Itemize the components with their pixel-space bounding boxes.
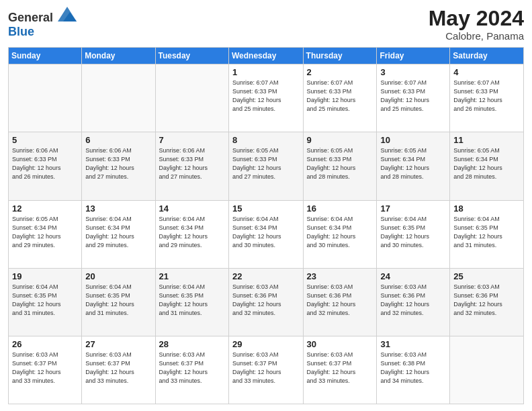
calendar-cell: 18Sunrise: 6:04 AM Sunset: 6:35 PM Dayli… [450,200,524,268]
logo-general: General [8,11,53,24]
day-number: 4 [453,67,520,77]
calendar-cell: 17Sunrise: 6:04 AM Sunset: 6:35 PM Dayli… [377,200,450,268]
week-row-4: 19Sunrise: 6:04 AM Sunset: 6:35 PM Dayli… [9,268,524,336]
calendar-cell: 21Sunrise: 6:04 AM Sunset: 6:35 PM Dayli… [155,268,228,336]
day-number: 8 [232,135,300,145]
day-info: Sunrise: 6:04 AM Sunset: 6:34 PM Dayligh… [307,215,373,250]
calendar-cell: 11Sunrise: 6:05 AM Sunset: 6:34 PM Dayli… [450,132,524,200]
day-number: 5 [12,135,78,145]
col-header-wednesday: Wednesday [228,48,303,64]
calendar-table: SundayMondayTuesdayWednesdayThursdayFrid… [8,47,524,404]
day-info: Sunrise: 6:06 AM Sunset: 6:33 PM Dayligh… [85,146,151,181]
page: General Blue May 2024 Calobre, Panama Su… [0,0,532,411]
day-number: 29 [232,339,300,349]
day-number: 14 [159,203,225,214]
calendar-cell [155,64,228,132]
day-number: 27 [85,339,151,349]
calendar-cell: 30Sunrise: 6:03 AM Sunset: 6:37 PM Dayli… [303,336,377,404]
calendar-cell: 27Sunrise: 6:03 AM Sunset: 6:37 PM Dayli… [82,336,155,404]
day-info: Sunrise: 6:04 AM Sunset: 6:35 PM Dayligh… [380,215,446,250]
calendar-cell [82,64,155,132]
day-number: 12 [12,203,78,214]
day-info: Sunrise: 6:03 AM Sunset: 6:37 PM Dayligh… [12,351,78,385]
col-header-sunday: Sunday [9,48,82,64]
calendar-cell: 24Sunrise: 6:03 AM Sunset: 6:36 PM Dayli… [377,268,450,336]
day-info: Sunrise: 6:03 AM Sunset: 6:37 PM Dayligh… [232,351,300,385]
day-info: Sunrise: 6:04 AM Sunset: 6:35 PM Dayligh… [453,215,520,250]
day-info: Sunrise: 6:03 AM Sunset: 6:36 PM Dayligh… [307,283,373,318]
day-info: Sunrise: 6:03 AM Sunset: 6:37 PM Dayligh… [307,351,373,385]
calendar-cell: 9Sunrise: 6:05 AM Sunset: 6:33 PM Daylig… [303,132,377,200]
calendar-cell: 4Sunrise: 6:07 AM Sunset: 6:33 PM Daylig… [450,64,524,132]
calendar-cell: 19Sunrise: 6:04 AM Sunset: 6:35 PM Dayli… [9,268,82,336]
day-number: 6 [85,135,151,145]
calendar-cell [9,64,82,132]
calendar-cell: 3Sunrise: 6:07 AM Sunset: 6:33 PM Daylig… [377,64,450,132]
calendar-cell: 8Sunrise: 6:05 AM Sunset: 6:33 PM Daylig… [228,132,303,200]
header: General Blue May 2024 Calobre, Panama [8,7,524,42]
day-info: Sunrise: 6:06 AM Sunset: 6:33 PM Dayligh… [12,146,78,181]
calendar-cell: 26Sunrise: 6:03 AM Sunset: 6:37 PM Dayli… [9,336,82,404]
col-header-thursday: Thursday [303,48,377,64]
title-block: May 2024 Calobre, Panama [429,7,524,42]
calendar-cell: 23Sunrise: 6:03 AM Sunset: 6:36 PM Dayli… [303,268,377,336]
day-number: 31 [380,339,446,349]
calendar-cell: 20Sunrise: 6:04 AM Sunset: 6:35 PM Dayli… [82,268,155,336]
day-info: Sunrise: 6:04 AM Sunset: 6:34 PM Dayligh… [159,215,225,250]
day-info: Sunrise: 6:04 AM Sunset: 6:34 PM Dayligh… [232,215,300,250]
logo-text: General Blue [8,7,77,39]
calendar-cell: 15Sunrise: 6:04 AM Sunset: 6:34 PM Dayli… [228,200,303,268]
day-number: 3 [380,67,446,77]
day-number: 20 [85,271,151,281]
calendar-cell: 31Sunrise: 6:03 AM Sunset: 6:38 PM Dayli… [377,336,450,404]
day-number: 2 [307,67,373,77]
col-header-tuesday: Tuesday [155,48,228,64]
calendar-cell: 22Sunrise: 6:03 AM Sunset: 6:36 PM Dayli… [228,268,303,336]
day-info: Sunrise: 6:04 AM Sunset: 6:35 PM Dayligh… [159,283,225,318]
day-number: 30 [307,339,373,349]
day-info: Sunrise: 6:07 AM Sunset: 6:33 PM Dayligh… [453,79,520,113]
day-info: Sunrise: 6:04 AM Sunset: 6:35 PM Dayligh… [12,283,78,318]
calendar-cell: 5Sunrise: 6:06 AM Sunset: 6:33 PM Daylig… [9,132,82,200]
day-info: Sunrise: 6:07 AM Sunset: 6:33 PM Dayligh… [380,79,446,113]
day-number: 13 [85,203,151,214]
day-number: 28 [159,339,225,349]
logo: General Blue [8,7,77,39]
logo-blue: Blue [8,25,34,38]
day-info: Sunrise: 6:04 AM Sunset: 6:34 PM Dayligh… [85,215,151,250]
day-number: 23 [307,271,373,281]
col-header-friday: Friday [377,48,450,64]
day-info: Sunrise: 6:03 AM Sunset: 6:36 PM Dayligh… [232,283,300,318]
calendar-cell: 2Sunrise: 6:07 AM Sunset: 6:33 PM Daylig… [303,64,377,132]
location: Calobre, Panama [429,30,524,42]
day-info: Sunrise: 6:07 AM Sunset: 6:33 PM Dayligh… [232,79,300,113]
day-number: 24 [380,271,446,281]
week-row-2: 5Sunrise: 6:06 AM Sunset: 6:33 PM Daylig… [9,132,524,200]
day-number: 15 [232,203,300,214]
day-number: 10 [380,135,446,145]
calendar-cell: 28Sunrise: 6:03 AM Sunset: 6:37 PM Dayli… [155,336,228,404]
day-info: Sunrise: 6:03 AM Sunset: 6:36 PM Dayligh… [453,283,520,318]
month-year: May 2024 [429,7,524,30]
day-number: 17 [380,203,446,214]
day-info: Sunrise: 6:03 AM Sunset: 6:37 PM Dayligh… [159,351,225,385]
day-number: 25 [453,271,520,281]
header-row: SundayMondayTuesdayWednesdayThursdayFrid… [9,48,524,64]
calendar-cell: 25Sunrise: 6:03 AM Sunset: 6:36 PM Dayli… [450,268,524,336]
day-info: Sunrise: 6:05 AM Sunset: 6:34 PM Dayligh… [453,146,520,181]
day-info: Sunrise: 6:05 AM Sunset: 6:33 PM Dayligh… [232,146,300,181]
day-info: Sunrise: 6:06 AM Sunset: 6:33 PM Dayligh… [159,146,225,181]
day-number: 1 [232,67,300,77]
calendar-cell: 12Sunrise: 6:05 AM Sunset: 6:34 PM Dayli… [9,200,82,268]
day-number: 7 [159,135,225,145]
logo-icon [58,7,77,21]
col-header-monday: Monday [82,48,155,64]
day-number: 21 [159,271,225,281]
day-info: Sunrise: 6:03 AM Sunset: 6:37 PM Dayligh… [85,351,151,385]
week-row-3: 12Sunrise: 6:05 AM Sunset: 6:34 PM Dayli… [9,200,524,268]
day-number: 22 [232,271,300,281]
col-header-saturday: Saturday [450,48,524,64]
day-number: 26 [12,339,78,349]
calendar-cell: 14Sunrise: 6:04 AM Sunset: 6:34 PM Dayli… [155,200,228,268]
day-info: Sunrise: 6:05 AM Sunset: 6:34 PM Dayligh… [12,215,78,250]
